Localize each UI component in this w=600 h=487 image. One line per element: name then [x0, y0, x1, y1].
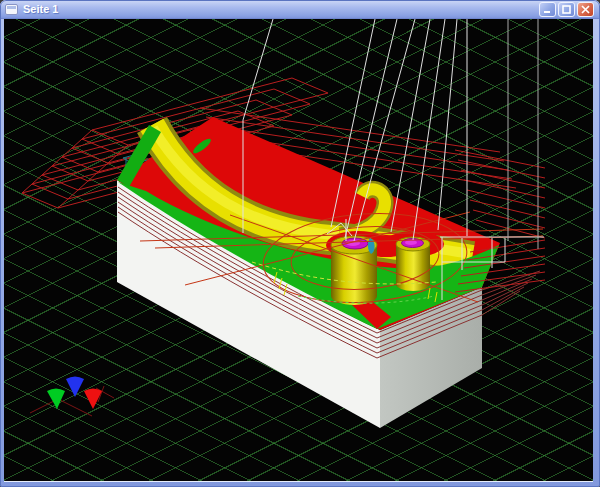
axis-indicator	[30, 377, 114, 417]
axis-cone-y	[47, 389, 65, 410]
close-button[interactable]	[577, 2, 594, 17]
window-controls	[539, 2, 594, 17]
window-title: Seite 1	[23, 3, 539, 15]
maximize-button[interactable]	[558, 2, 575, 17]
toolpath-stack-right	[455, 150, 545, 238]
window-icon	[5, 4, 18, 15]
close-icon	[581, 5, 590, 14]
cam-scene	[4, 19, 593, 481]
axis-cone-z	[66, 377, 84, 398]
cad-child-window: Seite 1	[0, 0, 600, 487]
3d-viewport[interactable]	[4, 19, 593, 481]
minimize-icon	[543, 5, 552, 14]
maximize-icon	[562, 5, 571, 14]
minimize-button[interactable]	[539, 2, 556, 17]
frame-highlight	[4, 481, 593, 482]
titlebar[interactable]: Seite 1	[0, 0, 600, 19]
